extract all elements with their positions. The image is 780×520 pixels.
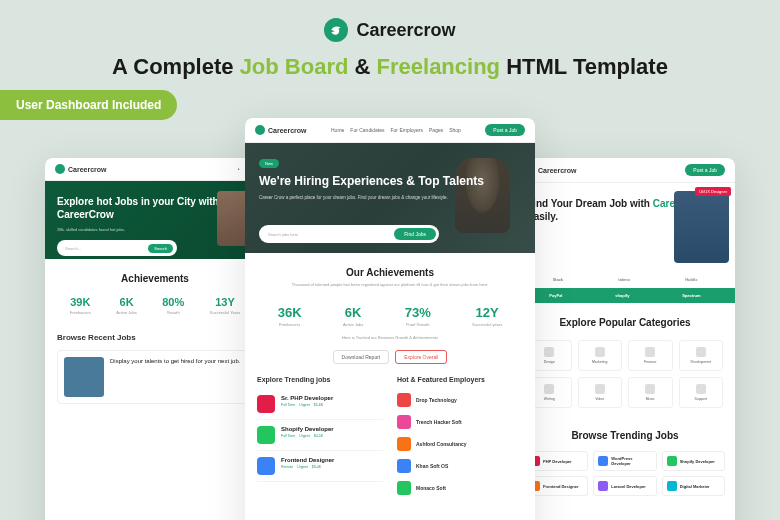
category-item[interactable]: Marketing [578,340,623,371]
employer-item[interactable]: Monaco Soft [397,477,523,499]
hero-section: New We're Hiring Experiences & Top Talen… [245,143,535,253]
trend-item[interactable]: Shopify Developer [662,451,725,471]
categories-title: Explore Popular Categories [515,317,735,328]
brand-row: Slack talenx Hublix [515,271,735,288]
job-icon [257,426,275,444]
hero-person-image [674,191,729,263]
employer-item[interactable]: Khan Soft OS [397,455,523,477]
new-pill: New [259,159,279,168]
job-icon [257,395,275,413]
trend-item[interactable]: Laravel Developer [593,476,656,496]
category-item[interactable]: Support [679,377,724,408]
job-item[interactable]: Frontend DesignerRemoteUrgent$3-4K [257,451,383,482]
achievements-title: Achievements [45,273,265,284]
download-report-button[interactable]: Download Report [333,350,390,364]
nav-links: Home For Candidates For Employers Pages … [331,127,461,133]
category-item[interactable]: Video [578,377,623,408]
tagline-post: HTML Template [500,54,668,79]
two-column: Explore Trending jobs Sr. PHP DeveloperF… [245,376,535,499]
job-item[interactable]: Sr. PHP DeveloperFull TimeUrgent$5-6K [257,389,383,420]
post-job-button[interactable]: Post a Job [685,164,725,176]
category-item[interactable]: Music [628,377,673,408]
preview-left: Careercrow ••• Explore hot Jobs in your … [45,158,265,520]
employers-col: Hot & Featured Employers Drop Technology… [397,376,523,499]
search-button[interactable]: Search [148,244,173,253]
category-item[interactable]: Finance [628,340,673,371]
employers-title: Hot & Featured Employers [397,376,523,383]
hero-title: We're Hiring Experiences & Top Talents [259,174,521,190]
hero-section: Explore hot Jobs in your City with Caree… [45,181,265,259]
trending-grid: PHP Developer WordPress Developer Shopif… [515,445,735,502]
brand-name: Careercrow [356,20,455,41]
find-jobs-button[interactable]: Find Jobs [394,228,436,240]
nav-logo: Careercrow [268,127,307,134]
employer-item[interactable]: Trench Hacker Soft [397,411,523,433]
achievements-title: Our Achievements [245,267,535,278]
nav-bar: Careercrow ••• [45,158,265,181]
recent-text: Display your talents to get hired for yo… [110,357,240,397]
nav-logo: Careercrow [68,166,107,173]
search-input[interactable]: Search jobs here [262,232,394,237]
recent-item[interactable]: Display your talents to get hired for yo… [57,350,253,404]
post-job-button[interactable]: Post a Job [485,124,525,136]
explore-overall-button[interactable]: Explore Overall [395,350,447,364]
designer-badge: UI/UX Designer [695,187,731,196]
search-bar[interactable]: Search jobs here Find Jobs [259,225,439,243]
stats-row: 36KFreelancers 6KActive Jobs 73%Proof Gr… [245,297,535,335]
preview-cards: Careercrow ••• Explore hot Jobs in your … [0,118,780,520]
achievements-sub: Thousand of talented people has been reg… [245,282,535,287]
stats-row: 39KFreelancers 6KActive Jobs 80%Growth 1… [45,288,265,323]
category-item[interactable]: Development [679,340,724,371]
tagline-accent2: Freelancing [377,54,500,79]
job-icon [257,457,275,475]
hero-sub: Career Crow a perfect place for your dre… [259,195,521,201]
nav-logo: Careercrow [538,167,577,174]
recent-title: Browse Recent Jobs [57,333,253,342]
preview-center: Careercrow Home For Candidates For Emplo… [245,118,535,520]
nav-bar: Careercrow Home For Candidates For Emplo… [245,118,535,143]
preview-right: Careercrow Post a Job Find Your Dream Jo… [515,158,735,520]
categories-grid: Design Marketing Finance Development Wri… [515,332,735,416]
tagline-amp: & [348,54,376,79]
trend-item[interactable]: WordPress Developer [593,451,656,471]
trending-jobs-col: Explore Trending jobs Sr. PHP DeveloperF… [257,376,383,499]
brand-logo: Careercrow [0,0,780,42]
stats-sub: Here is Tracked our Business Growth & Ac… [245,335,535,340]
tagline-pre: A Complete [112,54,240,79]
trending-title: Explore Trending jobs [257,376,383,383]
dashboard-badge: User Dashboard Included [0,90,177,120]
recent-jobs: Browse Recent Jobs Display your talents … [45,323,265,420]
hero-section: Find Your Dream Job with CareerCrow Easi… [515,183,735,271]
recent-image [64,357,104,397]
trend-item[interactable]: Digital Marketer [662,476,725,496]
tagline: A Complete Job Board & Freelancing HTML … [0,54,780,80]
search-bar[interactable]: Search... Search [57,240,177,256]
trending-title: Browse Trending Jobs [515,430,735,441]
job-item[interactable]: Shopify DeveloperFull TimeUrgent$4-5K [257,420,383,451]
employer-item[interactable]: Drop Technology [397,389,523,411]
nav-bar: Careercrow Post a Job [515,158,735,183]
employer-item[interactable]: Ashford Consultancy [397,433,523,455]
search-input[interactable]: Search... [61,246,148,251]
brand-bar: PayPal shopify Spectrum [515,288,735,303]
tagline-accent1: Job Board [240,54,349,79]
cta-row: Download Report Explore Overall [245,350,535,364]
crow-icon [324,18,348,42]
